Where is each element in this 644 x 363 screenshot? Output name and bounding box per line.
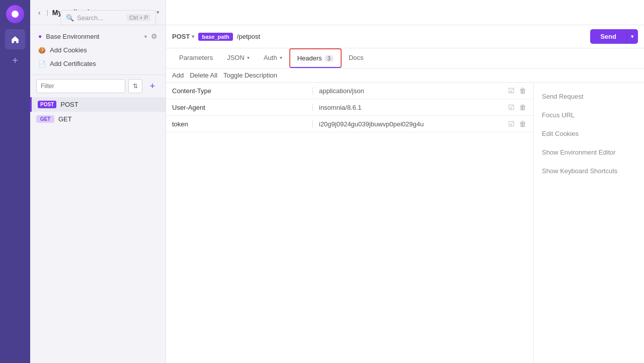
sidebar-icons: + [0,0,30,363]
checkbox-icon[interactable]: ☑ [508,87,516,95]
search-shortcut: Ctrl + P [127,14,150,21]
tab-parameters[interactable]: Parameters [172,49,220,67]
filter-row: ⇅ + [30,75,166,97]
header-key-token[interactable]: token [172,120,313,128]
send-dropdown-button[interactable]: ▾ [626,29,638,44]
table-row: User-Agent insomnia/8.6.1 ☑ 🗑 [166,99,533,116]
shortcuts-panel: Send Request Focus URL Edit Cookies Show… [533,83,644,363]
delete-row-icon[interactable]: 🗑 [519,87,527,95]
table-row: token i20g9j0924gu039jbuwvp0pei029g4u ☑ … [166,116,533,132]
content-area: Content-Type application/json ☑ 🗑 User-A… [166,83,644,363]
gear-icon[interactable]: ⚙ [151,32,157,40]
base-env-label: Base Environment [46,33,140,40]
shortcut-show-keyboard-shortcuts[interactable]: Show Keyboard Shortcuts [542,167,636,175]
request-item-get[interactable]: GET GET [30,112,166,126]
request-bar: POST ▾ base_path /petpost Send ▾ [166,25,644,48]
url-path[interactable]: /petpost [237,33,586,40]
collection-sub-items: ● Base Environment ▾ ⚙ 🍪 Add Cookies 📄 A… [30,25,166,75]
add-cookies-label: Add Cookies [50,46,157,54]
header-value-content-type[interactable]: application/json [313,87,504,95]
header-actions-2: ☑ 🗑 [508,103,527,111]
method-chevron-icon: ▾ [192,34,194,39]
shortcut-show-env-editor[interactable]: Show Environment Editor [542,149,636,156]
tabs-bar: Parameters JSON ▾ Auth ▾ Headers 3 Docs [166,48,644,68]
checkbox-icon[interactable]: ☑ [508,120,516,128]
base-env-dropdown-icon: ▾ [144,34,147,39]
request-name-get: GET [58,115,72,123]
base-path-tag[interactable]: base_path [198,33,232,41]
delete-all-button[interactable]: Delete All [190,71,217,79]
send-button-group: Send ▾ [590,29,638,44]
main-content: POST ▾ base_path /petpost Send ▾ Paramet… [166,0,644,363]
add-cookies-item[interactable]: 🍪 Add Cookies [30,43,166,57]
request-name-post: POST [60,101,78,108]
filter-input[interactable] [36,79,125,93]
header-value-user-agent[interactable]: insomnia/8.6.1 [313,104,504,111]
delete-row-icon[interactable]: 🗑 [519,120,527,128]
header-actions-1: ☑ 🗑 [508,87,527,95]
collection-panel: ‹ | My Collection ▾ ● Base Environment ▾… [30,0,166,363]
header-value-token[interactable]: i20g9j0924gu039jbuwvp0pei029g4u [313,120,504,128]
table-row: Content-Type application/json ☑ 🗑 [166,83,533,99]
add-request-button[interactable]: + [145,79,159,93]
base-env-icon: ● [38,33,42,40]
app-logo [6,5,24,23]
add-certificates-label: Add Certificates [50,60,157,67]
method-text: POST [172,33,190,40]
method-selector[interactable]: POST ▾ [172,33,194,40]
search-placeholder: Search... [77,14,124,22]
delete-row-icon[interactable]: 🗑 [519,103,527,111]
header-key-content-type[interactable]: Content-Type [172,87,313,95]
header-key-user-agent[interactable]: User-Agent [172,104,313,111]
request-list: POST POST GET GET [30,97,166,363]
home-button[interactable] [5,29,25,49]
action-bar: Add Delete All Toggle Description [166,68,644,83]
headers-table: Content-Type application/json ☑ 🗑 User-A… [166,83,533,363]
toggle-description-button[interactable]: Toggle Description [223,71,277,79]
header-actions-3: ☑ 🗑 [508,120,527,128]
method-badge-post: POST [38,101,56,108]
json-chevron-icon: ▾ [247,55,250,60]
send-button[interactable]: Send [590,29,626,44]
shortcut-send-request[interactable]: Send Request [542,93,636,100]
shortcut-focus-url[interactable]: Focus URL [542,111,636,119]
tab-headers[interactable]: Headers 3 [289,48,342,68]
add-header-button[interactable]: Add [172,71,184,79]
certificates-icon: 📄 [38,60,46,67]
collection-chevron-icon[interactable]: ▾ [156,9,159,16]
tab-docs[interactable]: Docs [342,49,371,67]
sort-button[interactable]: ⇅ [128,79,142,93]
add-certificates-item[interactable]: 📄 Add Certificates [30,57,166,70]
divider: | [47,9,48,16]
base-environment-item[interactable]: ● Base Environment ▾ ⚙ [30,29,166,43]
request-item-post[interactable]: POST POST [30,97,166,112]
checkbox-icon[interactable]: ☑ [508,103,516,111]
back-button[interactable]: ‹ [36,8,43,18]
auth-chevron-icon: ▾ [280,55,282,60]
top-bar [166,0,644,25]
tab-json[interactable]: JSON ▾ [220,49,257,67]
search-icon: 🔍 [66,14,74,22]
add-button[interactable]: + [8,53,22,67]
shortcut-edit-cookies[interactable]: Edit Cookies [542,130,636,137]
method-badge-get: GET [36,115,54,123]
tab-auth[interactable]: Auth ▾ [257,49,289,67]
cookies-icon: 🍪 [38,47,46,54]
headers-count: 3 [325,55,334,62]
